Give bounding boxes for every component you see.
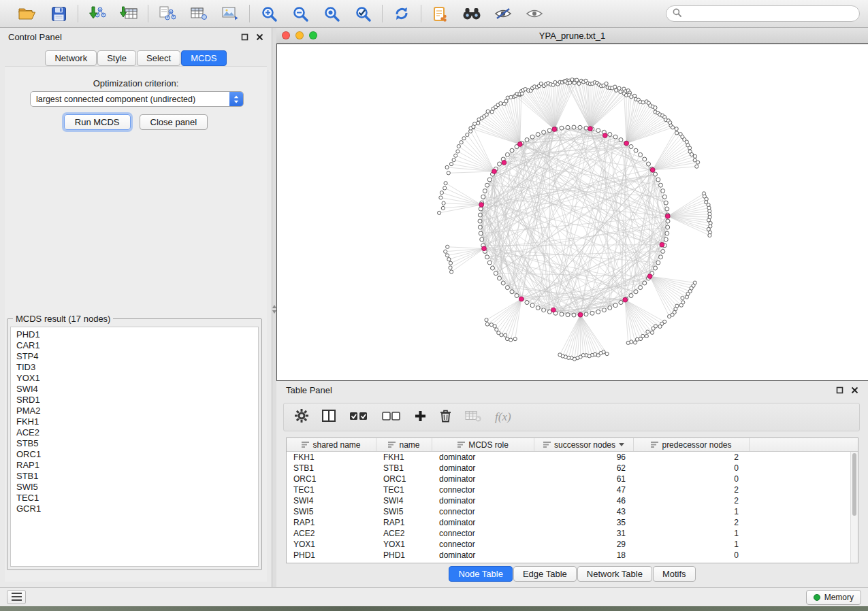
open-session-button[interactable]: [16, 3, 38, 24]
show-columns-button[interactable]: [322, 410, 336, 425]
table-row[interactable]: ACE2 ACE2 connector 31 1: [287, 528, 858, 539]
cell-successor-nodes: 29: [534, 540, 634, 549]
mcds-result-item[interactable]: SRD1: [11, 395, 258, 406]
import-table-button[interactable]: [118, 3, 140, 24]
global-search-field[interactable]: [666, 5, 860, 22]
zoom-out-button[interactable]: [289, 3, 311, 24]
mcds-result-item[interactable]: TEC1: [11, 493, 258, 503]
add-column-button[interactable]: [415, 410, 426, 425]
desktop-background: [0, 606, 868, 611]
cell-predecessor-nodes: 2: [634, 518, 750, 527]
column-header-successor-nodes[interactable]: successor nodes: [534, 438, 634, 451]
mcds-result-item[interactable]: SWI5: [11, 482, 258, 493]
table-tabs: Node TableEdge TableNetwork TableMotifs: [276, 566, 868, 582]
mcds-result-item[interactable]: ORC1: [11, 449, 258, 460]
control-panel-tab[interactable]: MCDS: [181, 50, 226, 66]
mcds-result-item[interactable]: CAR1: [11, 340, 258, 351]
cell-shared-name: PHD1: [287, 550, 376, 560]
zoom-in-button[interactable]: [258, 3, 280, 24]
table-scrollbar-thumb[interactable]: [852, 453, 856, 516]
show-details-button[interactable]: [524, 3, 545, 24]
cell-mcds-role: dominator: [432, 463, 534, 473]
column-header-name[interactable]: name: [376, 438, 432, 451]
cell-name: SWI4: [376, 496, 432, 506]
control-panel-tab[interactable]: Style: [97, 50, 136, 66]
network-graph[interactable]: [277, 44, 867, 380]
mcds-result-item[interactable]: YOX1: [11, 373, 258, 384]
table-settings-button[interactable]: [295, 409, 308, 425]
mcds-result-item[interactable]: PHD1: [11, 329, 258, 340]
float-panel-icon[interactable]: [241, 33, 248, 41]
hide-details-button[interactable]: [492, 3, 514, 24]
attribute-icon: [543, 440, 551, 450]
export-network-button[interactable]: [157, 3, 178, 24]
cell-shared-name: ORC1: [287, 474, 376, 484]
network-window-titlebar[interactable]: YPA_prune.txt_1: [276, 28, 868, 44]
cell-shared-name: TEC1: [287, 485, 376, 495]
run-mcds-button[interactable]: Run MCDS: [64, 114, 131, 130]
search-network-button[interactable]: [461, 3, 483, 24]
criterion-dropdown[interactable]: largest connected component (undirected): [30, 91, 244, 107]
refresh-layout-button[interactable]: [391, 3, 413, 24]
clipboard-share-icon: [433, 6, 448, 22]
table-row[interactable]: PHD1 PHD1 dominator 18 0: [287, 550, 858, 561]
mcds-result-item[interactable]: TID3: [11, 362, 258, 373]
close-panel-button[interactable]: Close panel: [140, 114, 208, 130]
cell-name: YOX1: [376, 540, 432, 549]
table-row[interactable]: SWI5 SWI5 connector 43 1: [287, 506, 858, 517]
function-builder-button[interactable]: f(x): [495, 410, 511, 424]
mcds-result-item[interactable]: STB5: [11, 438, 258, 449]
export-table-button[interactable]: [188, 3, 210, 24]
control-panel-tab[interactable]: Network: [45, 50, 97, 66]
control-panel: Control Panel NetworkStyleSelectMCDS Opt…: [0, 28, 272, 587]
table-row[interactable]: ORC1 ORC1 dominator 61 0: [287, 474, 858, 484]
search-input[interactable]: [686, 9, 853, 18]
table-row[interactable]: TEC1 TEC1 connector 47 2: [287, 484, 858, 495]
select-all-rows-button[interactable]: [349, 411, 368, 424]
network-canvas[interactable]: [276, 44, 868, 381]
attribute-icon: [302, 440, 309, 450]
mcds-result-item[interactable]: ACE2: [11, 427, 258, 438]
float-table-panel-icon[interactable]: [836, 386, 843, 394]
control-panel-tab[interactable]: Select: [137, 50, 180, 66]
column-header-predecessor-nodes[interactable]: predecessor nodes: [634, 438, 750, 451]
mcds-result-item[interactable]: STB1: [11, 471, 258, 482]
table-row[interactable]: SWI4 SWI4 dominator 46 2: [287, 495, 858, 506]
close-table-panel-icon[interactable]: [851, 386, 858, 394]
table-panel: Table Panel f(x) shared name name: [276, 381, 868, 587]
deselect-all-rows-button[interactable]: [382, 411, 401, 424]
close-panel-icon[interactable]: [256, 33, 263, 41]
toolbar-group-export: [148, 3, 249, 24]
mcds-result-item[interactable]: FKH1: [11, 416, 258, 427]
cell-predecessor-nodes: 2: [634, 496, 750, 506]
mcds-result-item[interactable]: STP4: [11, 351, 258, 362]
table-tab[interactable]: Edge Table: [513, 566, 577, 582]
table-tab[interactable]: Node Table: [449, 566, 513, 582]
mcds-result-list[interactable]: PHD1CAR1STP4TID3YOX1SWI4SRD1PMA2FKH1ACE2…: [10, 327, 259, 567]
memory-button[interactable]: Memory: [806, 590, 861, 605]
import-network-button[interactable]: [86, 3, 108, 24]
mcds-result-item[interactable]: SWI4: [11, 384, 258, 395]
table-row[interactable]: RAP1 RAP1 dominator 35 2: [287, 517, 858, 528]
table-row[interactable]: FKH1 FKH1 dominator 96 2: [287, 452, 858, 463]
share-clipboard-button[interactable]: [430, 3, 451, 24]
column-header-filler: [750, 438, 858, 451]
table-tab[interactable]: Network Table: [577, 566, 652, 582]
export-image-button[interactable]: [219, 3, 241, 24]
mcds-result-item[interactable]: PMA2: [11, 406, 258, 416]
mcds-result-item[interactable]: GCR1: [11, 503, 258, 514]
save-session-button[interactable]: [48, 3, 69, 24]
cell-mcds-role: dominator: [432, 474, 534, 484]
table-row[interactable]: YOX1 YOX1 connector 29 1: [287, 539, 858, 550]
mcds-result-item[interactable]: RAP1: [11, 460, 258, 471]
delete-column-button[interactable]: [440, 409, 451, 425]
table-tab[interactable]: Motifs: [653, 566, 696, 582]
zoom-selected-button[interactable]: [352, 3, 374, 24]
open-folder-icon: [18, 7, 36, 20]
status-menu-button[interactable]: [7, 590, 26, 604]
column-header-mcds-role[interactable]: MCDS role: [432, 438, 534, 451]
column-header-shared-name[interactable]: shared name: [287, 438, 376, 451]
table-scrollbar[interactable]: [850, 452, 858, 563]
zoom-fit-button[interactable]: [321, 3, 342, 24]
table-row[interactable]: STB1 STB1 dominator 62 0: [287, 463, 858, 474]
